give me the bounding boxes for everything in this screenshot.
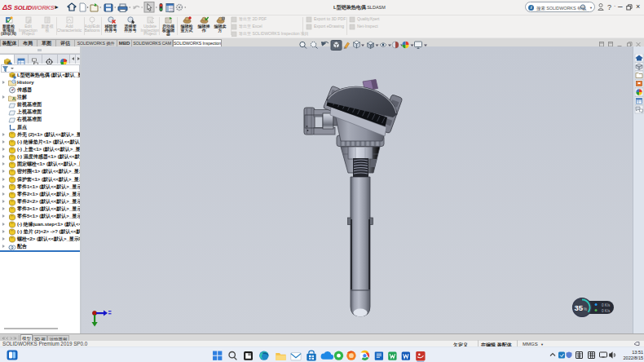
svg-text:%: % [584,307,587,311]
svg-text:0 K/s: 0 K/s [602,303,611,307]
svg-text:35: 35 [575,303,584,312]
svg-text:0 K/s: 0 K/s [602,309,611,313]
